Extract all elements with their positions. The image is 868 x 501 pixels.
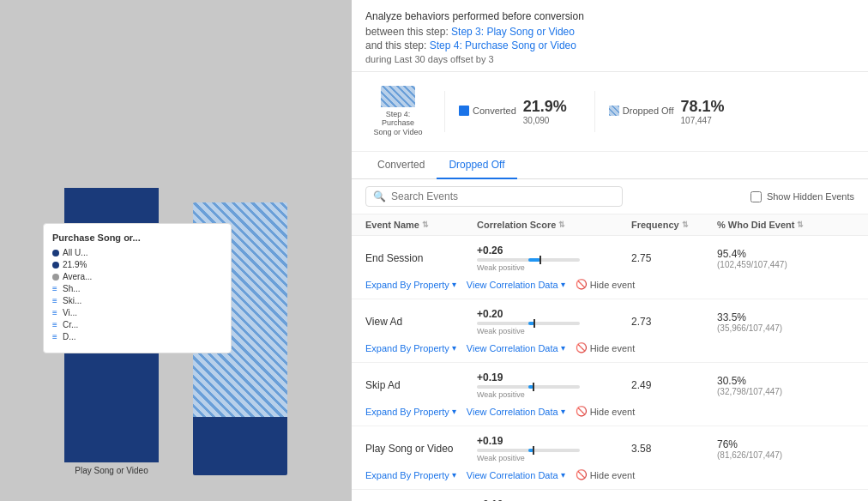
correlation-track-1 [477,322,580,325]
who-did-1: 33.5% (35,966/107,447) [717,311,854,333]
expand-chevron-2: ▾ [452,407,456,416]
correlation-label-1: Weak positive [477,327,525,335]
frequency-3: 3.58 [631,443,717,455]
who-did-pct-3: 76% [717,438,738,450]
search-icon: 🔍 [373,190,386,202]
correlation-cell-2: +0.19 Weak positive [477,371,631,399]
show-hidden-checkbox[interactable] [750,191,762,202]
step-icon-label: Step 4: Purchase Song or Video [372,110,424,137]
hide-event-btn-0[interactable]: 🚫 Hide event [576,279,636,290]
th-correlation[interactable]: Correlation Score ⇅ [477,220,631,230]
who-did-sub-3: (81,626/107,447) [717,450,854,460]
event-name-2: Skip Ad [365,379,477,391]
overlay-dot [52,262,59,269]
event-name-3: Play Song or Video [365,443,477,455]
converted-stat: Converted 21.9% 30,090 [444,91,581,132]
correlation-label-0: Weak positive [477,263,525,272]
event-main: Play Song or Video +0.19 Weak positive 3… [352,426,868,466]
correlation-track-2 [477,385,580,389]
tab-converted[interactable]: Converted [365,152,437,179]
hide-event-btn-1[interactable]: 🚫 Hide event [576,342,636,353]
event-main: Upgrade Plan +0.10 Weak positive 1.00 12… [352,490,868,501]
view-correlation-btn-3[interactable]: View Correlation Data ▾ [467,470,565,480]
overlay-dot [52,250,59,257]
correlation-cell-1: +0.20 Weak positive [477,308,631,335]
between-link[interactable]: Step 3: Play Song or Video [451,26,575,38]
hide-event-btn-3[interactable]: 🚫 Hide event [576,469,636,480]
correlation-marker-1 [533,319,535,328]
th-pct-who-did[interactable]: % Who Did Event ⇅ [717,220,854,230]
who-did-sub-2: (32,798/107,447) [717,387,854,396]
bar1-label: Play Song or Video [75,466,148,475]
who-did-sub-0: (102,459/107,447) [717,260,854,269]
sort-icon-pct: ⇅ [797,220,804,229]
show-hidden-label: Show Hidden Events [750,191,854,202]
funnel-panel: 137,537 Play Song or Video Purchase Song… [0,0,352,501]
hide-icon-1: 🚫 [576,342,588,353]
who-did-sub-1: (35,966/107,447) [717,323,854,333]
table-header: Event Name ⇅ Correlation Score ⇅ Frequen… [352,214,868,236]
and-label: and this step: [365,39,426,51]
expand-chevron-1: ▾ [452,343,456,353]
expand-by-property-btn-2[interactable]: Expand By Property ▾ [365,407,456,417]
hide-event-btn-2[interactable]: 🚫 Hide event [576,406,636,417]
overlay-title: Purchase Song or... [52,232,222,243]
th-frequency[interactable]: Frequency ⇅ [631,220,717,230]
correlation-value-2: +0.19 [477,371,503,383]
correlation-label-2: Weak positive [477,390,525,399]
who-did-pct-1: 33.5% [717,311,746,323]
search-row: 🔍 Show Hidden Events [352,179,868,214]
correlation-track-0 [477,258,580,262]
hide-icon-0: 🚫 [576,279,588,290]
th-event-name[interactable]: Event Name ⇅ [365,220,477,230]
converted-legend-box [459,106,469,116]
sort-icon-correlation: ⇅ [558,220,565,229]
step-icon-bar [381,86,415,107]
search-input-wrap[interactable]: 🔍 [365,186,623,207]
event-actions-0: Expand By Property ▾ View Correlation Da… [352,275,868,299]
overlay-row-1: All U... [52,248,222,257]
stats-row: Step 4: Purchase Song or Video Converted… [352,72,868,152]
frequency-0: 2.75 [631,252,717,264]
search-input[interactable] [391,190,615,202]
view-correlation-btn-1[interactable]: View Correlation Data ▾ [467,343,565,353]
correlation-value-1: +0.20 [477,308,503,320]
event-main: View Ad +0.20 Weak positive 2.73 33.5% (… [352,299,868,339]
and-link[interactable]: Step 4: Purchase Song or Video [430,39,576,51]
correlation-marker-0 [539,256,541,264]
between-label: between this step: [365,26,449,38]
view-correlation-btn-2[interactable]: View Correlation Data ▾ [467,407,565,417]
who-did-3: 76% (81,626/107,447) [717,438,854,460]
event-row: View Ad +0.20 Weak positive 2.73 33.5% (… [352,299,868,363]
right-panel: Analyze behaviors performed before conve… [352,0,868,501]
converted-legend-label: Converted [473,106,516,116]
who-did-0: 95.4% (102,459/107,447) [717,248,854,269]
view-correlation-btn-0[interactable]: View Correlation Data ▾ [467,280,565,290]
frequency-2: 2.49 [631,379,717,391]
correlation-track-3 [477,449,580,452]
sort-icon-frequency: ⇅ [682,220,689,229]
event-actions-3: Expand By Property ▾ View Correlation Da… [352,466,868,489]
expand-by-property-btn-3[interactable]: Expand By Property ▾ [365,470,456,480]
dropped-stat: Dropped Off 78.1% 107,447 [594,91,738,132]
event-name-0: End Session [365,252,477,264]
overlay-panel: Purchase Song or... All U... 21.9% Avera… [43,223,232,353]
event-main: Skip Ad +0.19 Weak positive 2.49 30.5% (… [352,363,868,402]
events-table: End Session +0.26 Weak positive 2.75 95.… [352,236,868,501]
tab-dropped-off[interactable]: Dropped Off [437,152,516,179]
analysis-intro: Analyze behaviors performed before conve… [365,10,854,22]
overlay-dot [52,274,59,281]
step-icon: Step 4: Purchase Song or Video [372,86,424,137]
correlation-value-0: +0.26 [477,244,503,257]
analysis-during: during Last 30 days offset by 3 [365,54,854,64]
dropped-legend-label: Dropped Off [623,106,674,116]
event-row: Play Song or Video +0.19 Weak positive 3… [352,426,868,490]
event-actions-2: Expand By Property ▾ View Correlation Da… [352,402,868,426]
correlation-cell-0: +0.26 Weak positive [477,244,631,272]
hide-icon-3: 🚫 [576,469,588,480]
dropped-count: 107,447 [681,116,725,125]
expand-by-property-btn-0[interactable]: Expand By Property ▾ [365,280,456,290]
expand-by-property-btn-1[interactable]: Expand By Property ▾ [365,343,456,353]
view-chevron-3: ▾ [561,470,565,480]
converted-pct: 21.9% [523,98,567,116]
